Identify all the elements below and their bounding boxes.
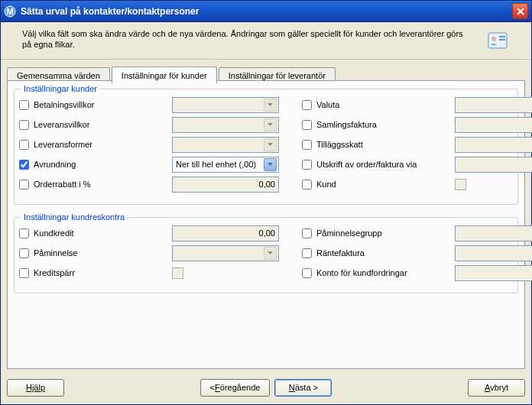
betalningsvillkor-dropdown[interactable] (172, 97, 279, 113)
paminnelsegrupp-label[interactable]: Påminnelsegrupp (302, 228, 455, 238)
chevron-down-icon (264, 158, 277, 171)
avrundning-label[interactable]: Avrundning (19, 160, 172, 170)
leveransformer-checkbox[interactable] (19, 140, 29, 150)
paminnelse-label[interactable]: Påminnelse (19, 248, 172, 258)
betalningsvillkor-text: Betalningsvillkor (34, 100, 94, 109)
kund-value-checkbox[interactable] (455, 179, 466, 190)
close-button[interactable] (512, 3, 528, 19)
avrundning-value: Ner till hel enhet (,00) (174, 160, 264, 169)
kreditsparr-text: Kreditspärr (34, 268, 75, 277)
leveransvillkor-text: Leveransvillkor (34, 120, 89, 129)
leveransvillkor-dropdown[interactable] (172, 117, 279, 133)
kundkredit-input[interactable]: 0,00 (172, 225, 279, 241)
tillagsskatt-label[interactable]: Tilläggsskatt (302, 140, 455, 150)
wizard-icon (485, 28, 510, 53)
leveransvillkor-label[interactable]: Leveransvillkor (19, 120, 172, 130)
rantefaktura-label[interactable]: Räntefaktura (302, 248, 455, 258)
svg-rect-5 (499, 39, 505, 40)
utskrift-checkbox[interactable] (302, 160, 312, 170)
avrundning-checkbox[interactable] (19, 160, 29, 170)
close-icon (517, 8, 524, 15)
chevron-down-icon (264, 118, 277, 131)
avrundning-text: Avrundning (34, 160, 76, 169)
kreditsparr-label[interactable]: Kreditspärr (19, 268, 172, 278)
konto-text: Konto för kundfordringar (316, 268, 407, 277)
utskrift-dropdown[interactable] (455, 157, 532, 173)
rantefaktura-checkbox[interactable] (302, 248, 312, 258)
avrundning-dropdown[interactable]: Ner till hel enhet (,00) (172, 157, 279, 173)
kreditsparr-value-checkbox[interactable] (172, 267, 183, 279)
kreditsparr-checkbox[interactable] (19, 268, 29, 278)
rantefaktura-text: Räntefaktura (316, 248, 365, 258)
group-customer-settings: Inställningar kunder Betalningsvillkor L… (14, 89, 518, 205)
dialog-window: M Sätta urval på kontakter/kontaktperson… (0, 0, 532, 405)
tillagsskatt-checkbox[interactable] (302, 140, 312, 150)
tab-customers[interactable]: Inställningar för kunder (112, 66, 217, 83)
kund-label[interactable]: Kund (302, 180, 455, 190)
konto-checkbox[interactable] (302, 268, 312, 278)
paminnelsegrupp-checkbox[interactable] (302, 228, 312, 238)
kundkredit-checkbox[interactable] (19, 228, 29, 238)
cancel-button[interactable]: Avbryt (468, 379, 525, 397)
valuta-dropdown[interactable] (455, 97, 532, 113)
group-reskontra-settings: Inställningar kundreskontra Kundkredit 0… (14, 217, 518, 293)
konto-label[interactable]: Konto för kundfordringar (302, 268, 455, 278)
paminnelsegrupp-text: Påminnelsegrupp (316, 228, 382, 238)
tillagsskatt-text: Tilläggsskatt (316, 140, 363, 149)
samlingsfaktura-checkbox[interactable] (302, 120, 312, 130)
konto-dropdown[interactable] (455, 265, 532, 281)
svg-point-3 (491, 37, 496, 41)
tillagsskatt-dropdown[interactable] (455, 137, 532, 153)
rantefaktura-dropdown[interactable] (455, 245, 532, 261)
svg-text:M: M (6, 7, 13, 16)
previous-button[interactable]: < Föregående (200, 379, 271, 397)
info-bar: Välj vilka fält som ska ändra värde och … (1, 22, 531, 60)
utskrift-text: Utskrift av order/faktura via (316, 160, 417, 169)
orderrabatt-input[interactable]: 0,00 (172, 177, 279, 193)
group-customer-legend: Inställningar kunder (21, 84, 100, 93)
titlebar: M Sätta urval på kontakter/kontaktperson… (1, 1, 531, 22)
orderrabatt-text: Orderrabatt i % (34, 180, 91, 189)
paminnelse-checkbox[interactable] (19, 248, 29, 258)
leveransvillkor-checkbox[interactable] (19, 120, 29, 130)
valuta-label[interactable]: Valuta (302, 100, 455, 110)
paminnelse-text: Påminnelse (34, 248, 77, 258)
kundkredit-label[interactable]: Kundkredit (19, 228, 172, 238)
orderrabatt-label[interactable]: Orderrabatt i % (19, 180, 172, 190)
utskrift-label[interactable]: Utskrift av order/faktura via (302, 160, 455, 170)
next-button[interactable]: Nästa > (274, 379, 332, 397)
group-reskontra-legend: Inställningar kundreskontra (21, 212, 128, 222)
paminnelsegrupp-dropdown[interactable] (455, 225, 532, 241)
paminnelse-dropdown[interactable] (172, 245, 279, 261)
kundkredit-text: Kundkredit (34, 228, 74, 238)
app-icon: M (4, 5, 16, 18)
leveransformer-dropdown[interactable] (172, 137, 279, 153)
chevron-down-icon (264, 138, 277, 151)
valuta-checkbox[interactable] (302, 100, 312, 110)
orderrabatt-checkbox[interactable] (19, 180, 29, 190)
kund-text: Kund (316, 180, 336, 189)
kund-checkbox[interactable] (302, 180, 312, 190)
samlingsfaktura-text: Samlingsfaktura (316, 120, 377, 129)
samlingsfaktura-dropdown[interactable] (455, 117, 532, 133)
betalningsvillkor-label[interactable]: Betalningsvillkor (19, 100, 172, 110)
help-label: Hjälp (26, 383, 45, 392)
button-bar: Hjälp < Föregående Nästa > Avbryt (7, 377, 525, 398)
window-title: Sätta urval på kontakter/kontaktpersoner (21, 6, 512, 17)
samlingsfaktura-label[interactable]: Samlingsfaktura (302, 120, 455, 130)
leveransformer-label[interactable]: Leveransformer (19, 140, 172, 150)
valuta-text: Valuta (316, 100, 339, 109)
leveransformer-text: Leveransformer (34, 140, 92, 149)
svg-rect-4 (499, 36, 505, 37)
betalningsvillkor-checkbox[interactable] (19, 100, 29, 110)
tab-panel: Inställningar kunder Betalningsvillkor L… (7, 80, 525, 369)
chevron-down-icon (264, 99, 277, 112)
help-button[interactable]: Hjälp (7, 379, 64, 397)
info-text: Välj vilka fält som ska ändra värde och … (22, 28, 479, 50)
chevron-down-icon (264, 247, 277, 260)
